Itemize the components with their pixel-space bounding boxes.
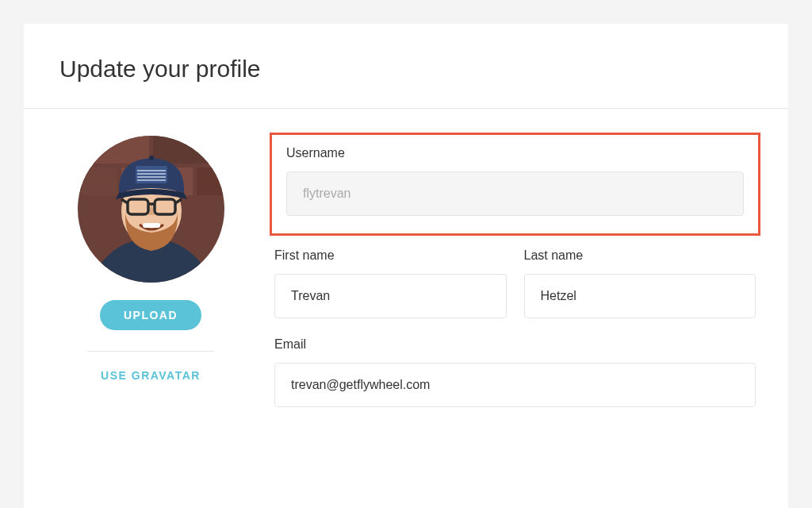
svg-rect-1 — [78, 136, 149, 164]
username-label: Username — [286, 146, 744, 160]
svg-rect-8 — [143, 223, 160, 228]
svg-rect-5 — [197, 167, 224, 195]
last-name-label: Last name — [524, 248, 756, 263]
use-gravatar-link[interactable]: USE GRAVATAR — [101, 369, 201, 382]
email-label: Email — [274, 337, 756, 352]
avatar-image — [78, 136, 224, 283]
username-input — [286, 171, 744, 216]
last-name-input[interactable] — [524, 274, 756, 318]
avatar — [78, 136, 224, 283]
card-header: Update your profile — [24, 24, 788, 109]
email-input[interactable] — [274, 363, 756, 407]
divider — [87, 351, 214, 352]
card-body: UPLOAD USE GRAVATAR Username First name … — [24, 109, 788, 407]
first-name-label: First name — [274, 248, 507, 263]
svg-rect-3 — [78, 167, 117, 195]
upload-button[interactable]: UPLOAD — [100, 300, 201, 330]
avatar-column: UPLOAD USE GRAVATAR — [59, 133, 242, 407]
svg-point-19 — [149, 156, 154, 160]
svg-rect-2 — [153, 136, 224, 164]
email-field: Email — [270, 337, 760, 407]
username-highlight: Username — [270, 133, 760, 236]
page-title: Update your profile — [59, 56, 753, 83]
name-row: First name Last name — [270, 248, 760, 318]
first-name-input[interactable] — [274, 274, 507, 318]
first-name-field: First name — [274, 248, 507, 318]
form-column: Username First name Last name Email — [242, 133, 760, 407]
last-name-field: Last name — [524, 248, 756, 318]
profile-card: Update your profile — [24, 24, 788, 508]
